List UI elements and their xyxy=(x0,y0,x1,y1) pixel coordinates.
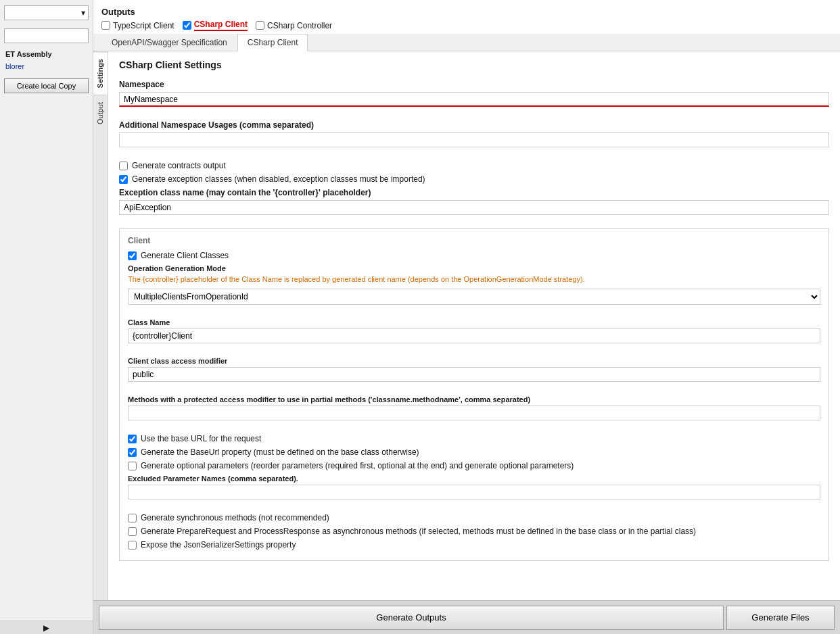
client-subsection: Client Generate Client Classes Operation… xyxy=(119,228,829,561)
generate-optional-params-checkbox[interactable] xyxy=(128,462,137,470)
exception-class-label: Exception class name (may contain the '{… xyxy=(119,188,829,197)
excluded-params-input[interactable] xyxy=(128,485,820,499)
sidebar-input[interactable] xyxy=(4,28,89,43)
additional-namespace-section: Additional Namespace Usages (comma separ… xyxy=(119,120,829,154)
sidebar-dropdown-arrow: ▾ xyxy=(81,8,85,18)
access-modifier-label: Client class access modifier xyxy=(128,357,820,365)
assembly-label: ET Assembly xyxy=(0,46,93,59)
csharp-client-checkbox-item: CSharp Client xyxy=(183,20,248,31)
excluded-params-label: Excluded Parameter Names (comma separate… xyxy=(128,474,820,483)
expose-json-label: Expose the JsonSerializerSettings proper… xyxy=(141,540,296,550)
generate-sync-label: Generate synchronous methods (not recomm… xyxy=(141,513,329,522)
exception-class-input[interactable] xyxy=(119,200,829,215)
protected-methods-input[interactable] xyxy=(128,406,820,420)
settings-panel: CSharp Client Settings Namespace Additio… xyxy=(108,51,840,600)
client-section-title: Client xyxy=(128,236,820,245)
sidebar-expand-arrow[interactable]: ▶ xyxy=(0,620,93,634)
generate-contracts-label: Generate contracts output xyxy=(132,161,226,170)
generate-base-url-label: Generate the BaseUrl property (must be d… xyxy=(141,447,419,457)
protected-methods-section: Methods with a protected access modifier… xyxy=(128,395,820,427)
generate-contracts-row: Generate contracts output xyxy=(119,161,829,170)
main-content: Outputs TypeScript Client CSharp Client … xyxy=(93,0,840,634)
generate-sync-row: Generate synchronous methods (not recomm… xyxy=(128,513,820,522)
operation-mode-label: Operation Generation Mode xyxy=(128,264,820,272)
excluded-params-section: Excluded Parameter Names (comma separate… xyxy=(128,474,820,506)
class-name-section: Class Name xyxy=(128,318,820,350)
typescript-label: TypeScript Client xyxy=(113,21,174,30)
additional-namespace-input[interactable] xyxy=(119,132,829,147)
namespace-input[interactable] xyxy=(119,92,829,107)
namespace-label: Namespace xyxy=(119,80,829,89)
expose-json-row: Expose the JsonSerializerSettings proper… xyxy=(128,540,820,550)
tabs-row: OpenAPI/Swagger Specification CSharp Cli… xyxy=(93,34,840,51)
protected-methods-label: Methods with a protected access modifier… xyxy=(128,395,820,404)
explorer-link[interactable]: blorer xyxy=(0,59,93,73)
outputs-header: Outputs xyxy=(93,0,840,20)
generate-client-classes-label: Generate Client Classes xyxy=(141,251,229,260)
generate-base-url-checkbox[interactable] xyxy=(128,448,137,457)
tab-csharp-client[interactable]: CSharp Client xyxy=(237,34,308,51)
additional-namespace-label: Additional Namespace Usages (comma separ… xyxy=(119,120,829,130)
vtab-settings[interactable]: Settings xyxy=(93,51,108,95)
operation-mode-section: Operation Generation Mode The {controlle… xyxy=(128,264,820,312)
generate-exception-checkbox[interactable] xyxy=(119,175,128,184)
tab-openapi[interactable]: OpenAPI/Swagger Specification xyxy=(101,34,237,51)
vertical-tabs: Settings Output xyxy=(93,51,108,600)
generate-exception-row: Generate exception classes (when disable… xyxy=(119,174,829,184)
access-modifier-input[interactable] xyxy=(128,367,820,382)
exception-class-section: Exception class name (may contain the '{… xyxy=(119,188,829,222)
generate-optional-params-label: Generate optional parameters (reorder pa… xyxy=(141,461,574,470)
class-name-input[interactable] xyxy=(128,328,820,343)
csharp-controller-checkbox-item: CSharp Controller xyxy=(256,21,332,30)
generate-prepare-checkbox[interactable] xyxy=(128,527,137,536)
typescript-checkbox-item: TypeScript Client xyxy=(101,21,174,30)
generate-sync-checkbox[interactable] xyxy=(128,514,137,522)
csharp-controller-label: CSharp Controller xyxy=(267,21,332,30)
operation-mode-description: The {controller} placeholder of the Clas… xyxy=(128,274,820,285)
expose-json-checkbox[interactable] xyxy=(128,541,137,550)
csharp-controller-checkbox[interactable] xyxy=(256,21,264,30)
csharp-client-checkbox[interactable] xyxy=(183,21,191,30)
output-types-bar: TypeScript Client CSharp Client CSharp C… xyxy=(93,20,840,34)
typescript-checkbox[interactable] xyxy=(101,21,110,30)
generate-prepare-row: Generate PrepareRequest and ProcessRespo… xyxy=(128,527,820,536)
sidebar: ▾ ET Assembly blorer Create local Copy ▶ xyxy=(0,0,93,634)
outputs-area: Outputs TypeScript Client CSharp Client … xyxy=(93,0,840,600)
access-modifier-section: Client class access modifier xyxy=(128,357,820,389)
vtab-output[interactable]: Output xyxy=(93,95,108,131)
sidebar-dropdown[interactable]: ▾ xyxy=(4,5,89,20)
generate-prepare-label: Generate PrepareRequest and ProcessRespo… xyxy=(141,527,696,536)
use-base-url-label: Use the base URL for the request xyxy=(141,434,261,443)
bottom-toolbar: Generate Outputs Generate Files xyxy=(93,600,840,634)
generate-contracts-checkbox[interactable] xyxy=(119,162,128,170)
generate-base-url-row: Generate the BaseUrl property (must be d… xyxy=(128,447,820,457)
create-local-copy-button[interactable]: Create local Copy xyxy=(4,78,89,93)
generate-outputs-button[interactable]: Generate Outputs xyxy=(99,606,724,630)
panel-title: CSharp Client Settings xyxy=(119,59,829,70)
class-name-label: Class Name xyxy=(128,318,820,326)
namespace-section: Namespace xyxy=(119,80,829,114)
generate-exception-label: Generate exception classes (when disable… xyxy=(132,174,425,184)
generate-optional-params-row: Generate optional parameters (reorder pa… xyxy=(128,461,820,470)
generate-files-button[interactable]: Generate Files xyxy=(726,606,835,630)
panel-area: Settings Output CSharp Client Settings N… xyxy=(93,51,840,600)
use-base-url-row: Use the base URL for the request xyxy=(128,434,820,443)
bottom-buttons-wrap: Generate Outputs Generate Files xyxy=(99,606,835,630)
arrow-icon: ▶ xyxy=(43,623,49,633)
operation-mode-select[interactable]: MultipleClientsFromOperationId SingleCli… xyxy=(128,289,820,305)
use-base-url-checkbox[interactable] xyxy=(128,435,137,443)
csharp-client-label: CSharp Client xyxy=(194,20,248,31)
generate-client-classes-row: Generate Client Classes xyxy=(128,251,820,260)
generate-client-classes-checkbox[interactable] xyxy=(128,251,137,260)
